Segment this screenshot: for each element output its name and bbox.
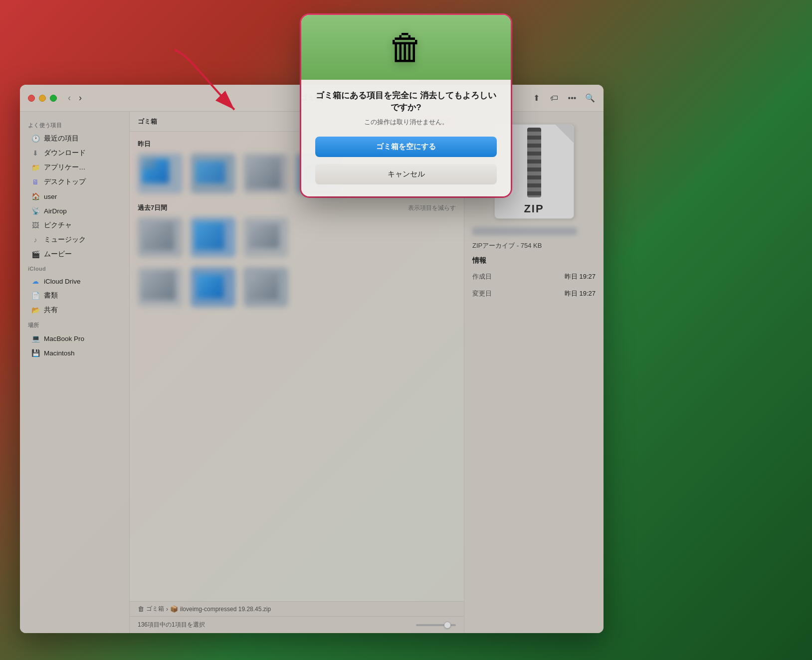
dialog-body: ゴミ箱にある項目を完全に 消去してもよろしいですか? この操作は取り消せません。… <box>301 80 511 196</box>
trash-full-icon: 🗑 <box>388 29 424 65</box>
dialog-header: 🗑 <box>301 15 511 80</box>
confirmation-dialog: 🗑 ゴミ箱にある項目を完全に 消去してもよろしいですか? この操作は取り消せませ… <box>301 15 511 196</box>
dialog-overlay: 🗑 ゴミ箱にある項目を完全に 消去してもよろしいですか? この操作は取り消せませ… <box>0 0 812 660</box>
confirm-empty-trash-button[interactable]: ゴミ箱を空にする <box>315 137 497 157</box>
cancel-button[interactable]: キャンセル <box>315 164 497 184</box>
dialog-subtitle: この操作は取り消せません。 <box>364 118 448 127</box>
dialog-title: ゴミ箱にある項目を完全に 消去してもよろしいですか? <box>315 90 497 114</box>
arrow-annotation <box>160 40 279 140</box>
